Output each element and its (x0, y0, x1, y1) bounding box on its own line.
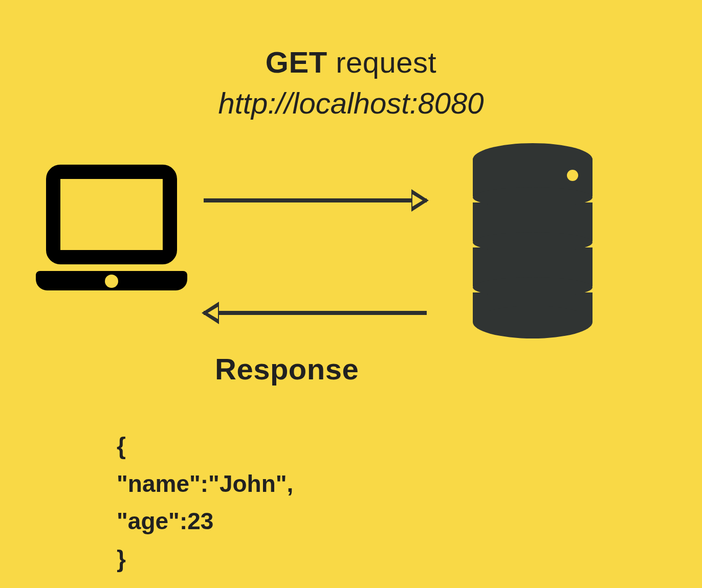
json-line: "age":23 (117, 508, 213, 534)
response-label: Response (215, 352, 359, 386)
response-body: { "name":"John", "age":23 } (117, 427, 293, 578)
json-line: "name":"John", (117, 470, 293, 497)
json-line: { (117, 433, 126, 459)
diagram-canvas: GET request http://localhost:8080 Respon… (0, 0, 702, 588)
json-line: } (117, 546, 126, 572)
database-icon (473, 143, 593, 337)
arrow-left-icon (204, 311, 427, 315)
laptop-icon (36, 165, 187, 297)
request-title: GET request (0, 45, 702, 79)
request-word: request (336, 46, 436, 79)
http-method: GET (266, 46, 327, 79)
arrow-right-icon (204, 198, 427, 202)
request-url: http://localhost:8080 (0, 86, 702, 120)
